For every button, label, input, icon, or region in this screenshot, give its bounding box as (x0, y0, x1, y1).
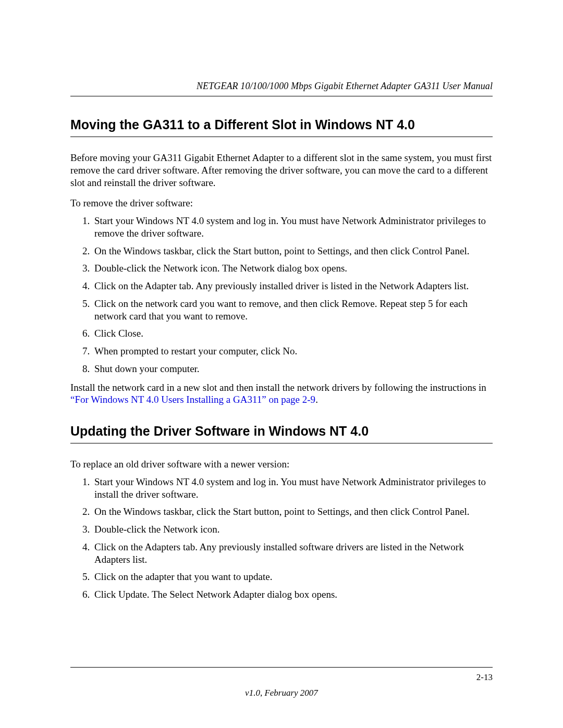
manual-page: NETGEAR 10/100/1000 Mbps Gigabit Etherne… (0, 0, 563, 728)
list-item: Click Update. The Select Network Adapter… (92, 588, 493, 601)
content-area: NETGEAR 10/100/1000 Mbps Gigabit Etherne… (70, 81, 493, 601)
after-text-post: . (315, 394, 318, 405)
list-item: Shut down your computer. (92, 363, 493, 375)
list-item: Click on the adapter that you want to up… (92, 571, 493, 583)
section1-lead: To remove the driver software: (70, 197, 493, 209)
version-footer: v1.0, February 2007 (0, 688, 563, 698)
section-heading-updating-driver: Updating the Driver Software in Windows … (70, 424, 493, 443)
list-item: Click on the Adapters tab. Any previousl… (92, 541, 493, 566)
section1-after: Install the network card in a new slot a… (70, 381, 493, 406)
running-header: NETGEAR 10/100/1000 Mbps Gigabit Etherne… (70, 81, 493, 96)
section1-intro: Before moving your GA311 Gigabit Etherne… (70, 152, 493, 189)
list-item: Double-click the Network icon. The Netwo… (92, 262, 493, 275)
list-item: Start your Windows NT 4.0 system and log… (92, 215, 493, 240)
section2-steps: Start your Windows NT 4.0 system and log… (70, 476, 493, 601)
list-item: On the Windows taskbar, click the Start … (92, 505, 493, 518)
section-heading-moving-slot: Moving the GA311 to a Different Slot in … (70, 117, 493, 137)
page-number: 2-13 (476, 672, 493, 683)
list-item: Click on the network card you want to re… (92, 298, 493, 323)
after-text-pre: Install the network card in a new slot a… (70, 382, 486, 393)
footer-rule (70, 667, 493, 668)
section1-steps: Start your Windows NT 4.0 system and log… (70, 215, 493, 375)
list-item: Click on the Adapter tab. Any previously… (92, 280, 493, 292)
section2-intro: To replace an old driver software with a… (70, 458, 493, 471)
list-item: When prompted to restart your computer, … (92, 345, 493, 357)
list-item: Click Close. (92, 327, 493, 340)
cross-reference-link[interactable]: “For Windows NT 4.0 Users Installing a G… (70, 394, 315, 405)
list-item: Double-click the Network icon. (92, 523, 493, 536)
list-item: On the Windows taskbar, click the Start … (92, 245, 493, 257)
list-item: Start your Windows NT 4.0 system and log… (92, 476, 493, 501)
